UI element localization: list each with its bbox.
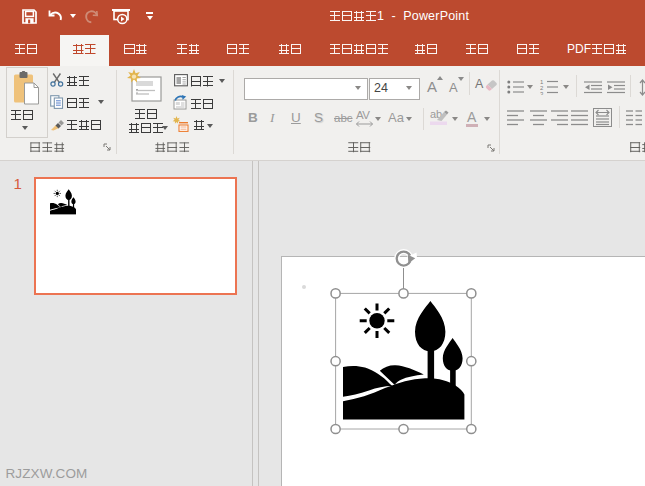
- svg-text:3: 3: [540, 91, 544, 96]
